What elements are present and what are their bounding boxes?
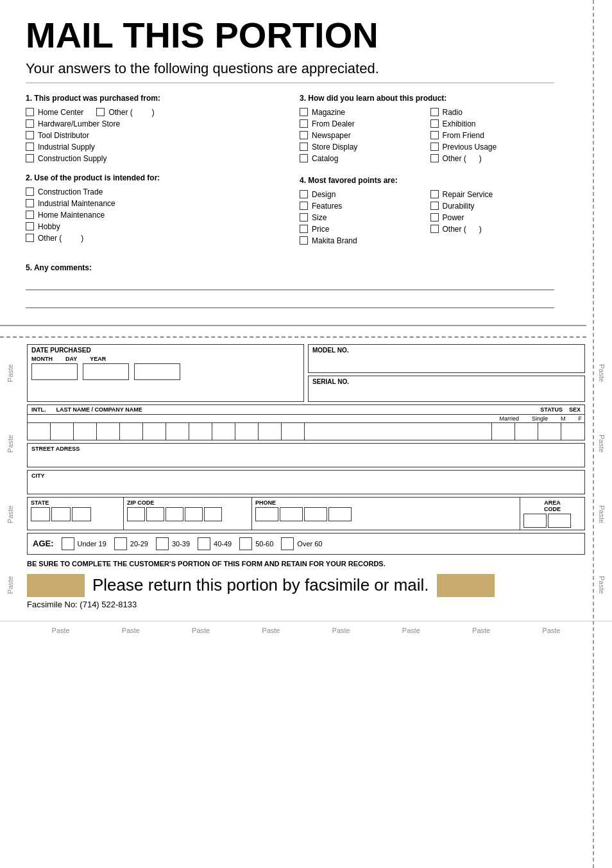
checkbox-power[interactable] (430, 213, 439, 221)
age-30-39[interactable]: 30-39 (156, 537, 190, 550)
name-cell-2[interactable] (51, 423, 74, 440)
q4-durability[interactable]: Durability (430, 202, 555, 211)
year-input[interactable] (134, 363, 180, 380)
comment-line-1[interactable] (26, 276, 554, 290)
name-cell-6[interactable] (143, 423, 166, 440)
q4-design[interactable]: Design (300, 190, 424, 199)
status-cell-1[interactable] (492, 423, 515, 440)
checkbox-industrial[interactable] (26, 143, 34, 151)
age-checkbox-30-39[interactable] (156, 537, 169, 550)
q4-repair-service[interactable]: Repair Service (430, 190, 555, 199)
q1-other[interactable]: Other ( ) (96, 108, 154, 117)
checkbox-hardware[interactable] (26, 119, 34, 128)
sex-cell-1[interactable] (538, 423, 561, 440)
zip-cell-4[interactable] (185, 507, 203, 521)
q3-store-display[interactable]: Store Display (300, 143, 424, 152)
phone-cell-3[interactable] (304, 507, 327, 521)
comment-line-2[interactable] (26, 294, 554, 308)
day-input[interactable] (83, 363, 129, 380)
q2-other[interactable]: Other ( ) (26, 234, 280, 243)
checkbox-price[interactable] (300, 225, 308, 233)
checkbox-ind-maint[interactable] (26, 199, 34, 207)
q3-from-dealer[interactable]: From Dealer (300, 119, 424, 128)
q1-tool-dist[interactable]: Tool Distributor (26, 131, 280, 140)
q4-features[interactable]: Features (300, 202, 424, 211)
age-checkbox-over60[interactable] (281, 537, 294, 550)
checkbox-other-q3[interactable] (430, 154, 439, 162)
q3-exhibition[interactable]: Exhibition (430, 119, 555, 128)
q3-radio[interactable]: Radio (430, 108, 555, 117)
q3-from-friend[interactable]: From Friend (430, 131, 555, 140)
name-cell-5[interactable] (120, 423, 143, 440)
checkbox-other-q1[interactable] (96, 108, 105, 116)
age-under19[interactable]: Under 19 (62, 537, 106, 550)
checkbox-other-q4[interactable] (430, 225, 439, 233)
checkbox-other-q2[interactable] (26, 234, 34, 242)
q2-hobby[interactable]: Hobby (26, 222, 280, 231)
q3-magazine[interactable]: Magazine (300, 108, 424, 117)
age-checkbox-20-29[interactable] (114, 537, 127, 550)
checkbox-design[interactable] (300, 190, 308, 198)
checkbox-exhibition[interactable] (430, 119, 439, 128)
checkbox-magazine[interactable] (300, 108, 308, 116)
checkbox-makita[interactable] (300, 236, 308, 245)
checkbox-construction[interactable] (26, 154, 34, 162)
street-input[interactable] (31, 452, 581, 465)
area-cell-1[interactable] (523, 514, 547, 528)
age-20-29[interactable]: 20-29 (114, 537, 148, 550)
name-cell-7[interactable] (166, 423, 189, 440)
name-cell-12[interactable] (282, 423, 305, 440)
name-cell-11[interactable] (259, 423, 282, 440)
checkbox-catalog[interactable] (300, 154, 308, 162)
q3-catalog[interactable]: Catalog (300, 154, 424, 163)
model-no-input[interactable] (312, 354, 581, 370)
checkbox-tool-dist[interactable] (26, 131, 34, 139)
age-over60[interactable]: Over 60 (281, 537, 322, 550)
zip-cell-3[interactable] (166, 507, 183, 521)
zip-cell-1[interactable] (127, 507, 145, 521)
zip-cell-5[interactable] (204, 507, 222, 521)
sex-cell-2[interactable] (561, 423, 584, 440)
checkbox-home-maint[interactable] (26, 211, 34, 219)
q4-power[interactable]: Power (430, 213, 555, 222)
age-50-60[interactable]: 50-60 (239, 537, 273, 550)
checkbox-radio[interactable] (430, 108, 439, 116)
q3-newspaper[interactable]: Newspaper (300, 131, 424, 140)
phone-cell-1[interactable] (255, 507, 278, 521)
month-input[interactable] (31, 363, 78, 380)
checkbox-hobby[interactable] (26, 222, 34, 230)
checkbox-newspaper[interactable] (300, 131, 308, 139)
name-cell-10[interactable] (235, 423, 259, 440)
name-cell-3[interactable] (74, 423, 97, 440)
q4-price[interactable]: Price (300, 225, 424, 234)
state-cell-3[interactable] (72, 507, 91, 521)
name-cell-4[interactable] (97, 423, 120, 440)
checkbox-store-display[interactable] (300, 143, 308, 151)
zip-cell-2[interactable] (146, 507, 164, 521)
status-cell-2[interactable] (515, 423, 538, 440)
checkbox-const-trade[interactable] (26, 187, 34, 196)
checkbox-size[interactable] (300, 213, 308, 221)
q1-industrial[interactable]: Industrial Supply (26, 143, 280, 152)
checkbox-durability[interactable] (430, 202, 439, 210)
checkbox-prev-usage[interactable] (430, 143, 439, 151)
q3-other[interactable]: Other ( ) (430, 154, 555, 163)
checkbox-from-friend[interactable] (430, 131, 439, 139)
q2-home-maint[interactable]: Home Maintenance (26, 211, 280, 220)
area-cell-2[interactable] (548, 514, 571, 528)
checkbox-home-center[interactable] (26, 108, 34, 116)
state-cell-1[interactable] (31, 507, 50, 521)
age-checkbox-50-60[interactable] (239, 537, 252, 550)
checkbox-features[interactable] (300, 202, 308, 210)
q4-other[interactable]: Other ( ) (430, 225, 555, 234)
age-checkbox-under19[interactable] (62, 537, 74, 550)
q1-hardware[interactable]: Hardware/Lumber Store (26, 119, 280, 128)
name-cell-8[interactable] (189, 423, 212, 440)
q2-construction-trade[interactable]: Construction Trade (26, 187, 280, 196)
q2-industrial-maint[interactable]: Industrial Maintenance (26, 199, 280, 208)
phone-cell-2[interactable] (280, 507, 303, 521)
age-checkbox-40-49[interactable] (198, 537, 210, 550)
checkbox-repair-service[interactable] (430, 190, 439, 198)
q1-home-center[interactable]: Home Center (26, 108, 83, 117)
name-cell-9[interactable] (212, 423, 235, 440)
